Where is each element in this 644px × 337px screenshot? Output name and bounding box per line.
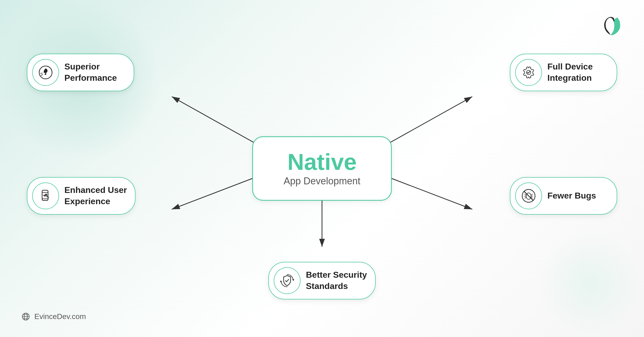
fewer-bugs-label: Fewer Bugs bbox=[547, 190, 596, 202]
center-subtitle: App Development bbox=[284, 175, 360, 187]
svg-line-2 bbox=[172, 174, 263, 209]
better-security-label: Better SecurityStandards bbox=[306, 269, 367, 292]
svg-line-15 bbox=[525, 194, 526, 195]
brand-text: EvinceDev.com bbox=[34, 312, 86, 321]
card-fewer-bugs: Fewer Bugs bbox=[510, 177, 617, 215]
ux-icon bbox=[38, 189, 53, 203]
fewer-bugs-icon-circle bbox=[515, 182, 542, 209]
center-box: Native App Development bbox=[252, 136, 392, 201]
svg-line-18 bbox=[531, 194, 533, 195]
security-icon bbox=[280, 273, 295, 288]
fewer-bugs-icon bbox=[521, 189, 536, 203]
svg-marker-22 bbox=[292, 279, 294, 281]
superior-performance-icon-circle bbox=[32, 59, 59, 86]
globe-icon bbox=[21, 312, 30, 321]
device-integration-icon bbox=[521, 65, 536, 80]
svg-point-7 bbox=[44, 73, 45, 74]
full-device-icon-circle bbox=[515, 59, 542, 86]
card-better-security: Better SecurityStandards bbox=[268, 262, 376, 299]
enhanced-ux-label: Enhanced UserExperience bbox=[64, 185, 127, 207]
card-superior-performance: SuperiorPerformance bbox=[27, 54, 134, 91]
svg-line-4 bbox=[381, 174, 472, 209]
speedometer-icon bbox=[38, 65, 53, 80]
better-security-icon-circle bbox=[274, 267, 301, 294]
svg-line-3 bbox=[381, 97, 472, 148]
svg-line-1 bbox=[172, 97, 263, 148]
center-title: Native bbox=[287, 150, 357, 173]
svg-line-17 bbox=[525, 197, 526, 198]
full-device-label: Full DeviceIntegration bbox=[547, 61, 593, 83]
card-enhanced-ux: Enhanced UserExperience bbox=[27, 177, 136, 215]
card-full-device: Full DeviceIntegration bbox=[510, 54, 617, 91]
superior-performance-label: SuperiorPerformance bbox=[64, 61, 117, 83]
enhanced-ux-icon-circle bbox=[32, 182, 59, 209]
logo bbox=[598, 13, 623, 38]
svg-marker-23 bbox=[280, 281, 282, 282]
footer-brand: EvinceDev.com bbox=[21, 312, 86, 321]
